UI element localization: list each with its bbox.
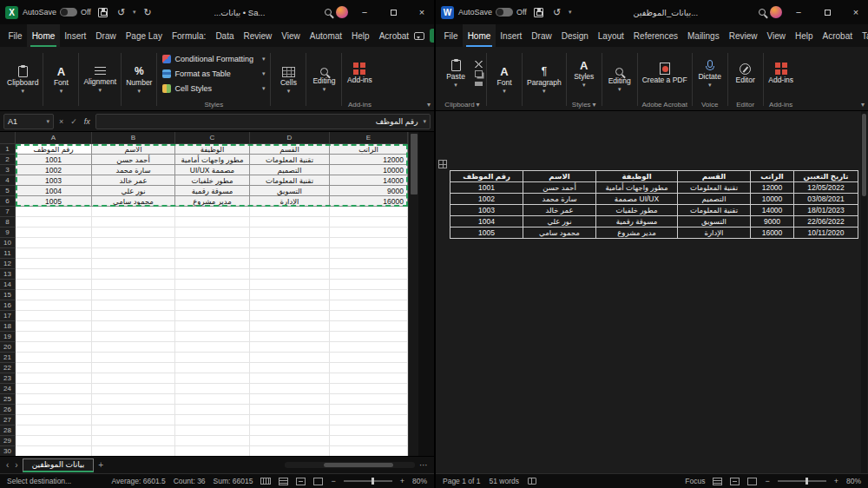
row-header-24[interactable]: 24	[0, 384, 16, 394]
cell-B5[interactable]: نور علي	[92, 186, 175, 196]
cell-A12[interactable]	[16, 259, 92, 269]
cell-C17[interactable]	[175, 311, 250, 321]
cell-E21[interactable]	[330, 353, 408, 363]
table-cell[interactable]: مطور خلفيات	[596, 205, 678, 216]
cell-C9[interactable]	[175, 228, 250, 238]
undo-chevron-icon[interactable]: ▾	[568, 9, 573, 16]
cell-D26[interactable]	[250, 405, 330, 415]
format-painter-icon[interactable]	[475, 82, 483, 86]
cell-B19[interactable]	[92, 332, 175, 342]
cell-C27[interactable]	[175, 415, 250, 425]
row-header-17[interactable]: 17	[0, 311, 16, 321]
cell-C8[interactable]	[175, 217, 250, 228]
cell-C22[interactable]	[175, 363, 250, 373]
row-header-18[interactable]: 18	[0, 321, 16, 332]
cell-C1[interactable]: الوظيفة	[175, 144, 250, 155]
web-layout-icon[interactable]	[747, 478, 757, 485]
cell-C4[interactable]: مطور خلفيات	[175, 175, 250, 186]
maximize-button[interactable]	[815, 0, 839, 24]
row-header-13[interactable]: 13	[0, 269, 16, 280]
undo-button[interactable]: ↺	[115, 7, 128, 18]
print-layout-icon[interactable]	[730, 478, 740, 485]
sheet-nav-left[interactable]: ‹	[4, 460, 10, 470]
cell-styles-button[interactable]: Cell Styles ▾	[158, 81, 269, 96]
maximize-button[interactable]	[381, 0, 405, 24]
expand-formula-bar-icon[interactable]: ▾	[423, 118, 426, 125]
ribbon-tab-data[interactable]: Data	[211, 24, 239, 47]
cell-C2[interactable]: مطور واجهات أمامية	[175, 155, 250, 165]
focus-mode-button[interactable]: Focus	[685, 477, 705, 485]
cell-D5[interactable]: التسويق	[250, 186, 330, 196]
page-indicator[interactable]: Page 1 of 1	[443, 477, 480, 485]
cell-B18[interactable]	[92, 321, 175, 332]
column-header-B[interactable]: B	[92, 132, 175, 144]
close-button[interactable]: ×	[410, 0, 434, 24]
cell-C12[interactable]	[175, 259, 250, 269]
cell-D17[interactable]	[250, 311, 330, 321]
sheet-options-icon[interactable]: ⋯	[418, 460, 430, 470]
table-cell[interactable]: أحمد حسن	[523, 182, 596, 194]
cell-C28[interactable]	[175, 425, 250, 436]
table-cell[interactable]: تقنية المعلومات	[678, 182, 751, 194]
ribbon-tab-help[interactable]: Help	[347, 24, 375, 47]
close-button[interactable]: ×	[844, 0, 868, 24]
table-cell[interactable]: التصميم	[678, 194, 751, 205]
cell-E5[interactable]: 9000	[330, 186, 408, 196]
table-header-cell[interactable]: الوظيفة	[596, 171, 678, 182]
table-cell[interactable]: 12000	[751, 182, 794, 194]
account-avatar[interactable]	[770, 6, 782, 18]
normal-view-icon[interactable]	[279, 478, 288, 485]
macro-record-icon[interactable]	[260, 478, 271, 485]
new-sheet-button[interactable]: +	[96, 460, 105, 470]
row-header-15[interactable]: 15	[0, 290, 16, 300]
table-cell[interactable]: 1001	[450, 182, 523, 194]
page-break-view-icon[interactable]	[313, 478, 323, 485]
cell-C24[interactable]	[175, 384, 250, 394]
cell-A3[interactable]: 1002	[16, 165, 92, 175]
page-layout-view-icon[interactable]	[296, 478, 306, 485]
table-cell[interactable]: مدير مشروع	[596, 228, 678, 239]
cell-C18[interactable]	[175, 321, 250, 332]
cell-B22[interactable]	[92, 363, 175, 373]
table-cell[interactable]: مصممة UI/UX	[596, 194, 678, 205]
column-header-D[interactable]: D	[250, 132, 330, 144]
table-cell[interactable]: 14000	[751, 205, 794, 216]
save-button[interactable]	[531, 8, 546, 17]
search-icon[interactable]	[325, 9, 332, 16]
row-header-14[interactable]: 14	[0, 280, 16, 290]
editing-button[interactable]: Editing ▾	[307, 66, 340, 93]
conditional-formatting-button[interactable]: Conditional Formatting ▾	[158, 51, 269, 66]
cell-A27[interactable]	[16, 415, 92, 425]
ribbon-tab-insert[interactable]: Insert	[60, 24, 91, 47]
insert-function-icon[interactable]: fx	[82, 117, 92, 126]
status-count[interactable]: Count: 36	[174, 477, 206, 485]
cell-B26[interactable]	[92, 405, 175, 415]
cell-E30[interactable]	[330, 446, 408, 456]
cell-C19[interactable]	[175, 332, 250, 342]
cell-E25[interactable]	[330, 394, 408, 405]
cell-E14[interactable]	[330, 280, 408, 290]
cell-D11[interactable]	[250, 248, 330, 259]
ribbon-tab-home[interactable]: Home	[463, 24, 496, 47]
cell-A14[interactable]	[16, 280, 92, 290]
styles-button[interactable]: A Styles ▾	[568, 58, 601, 89]
cell-B17[interactable]	[92, 311, 175, 321]
read-mode-icon[interactable]	[713, 478, 722, 485]
cell-B8[interactable]	[92, 217, 175, 228]
cell-E13[interactable]	[330, 269, 408, 280]
cell-C15[interactable]	[175, 290, 250, 300]
cell-E22[interactable]	[330, 363, 408, 373]
table-header-cell[interactable]: الراتب	[751, 171, 794, 182]
row-header-27[interactable]: 27	[0, 415, 16, 425]
cell-E8[interactable]	[330, 217, 408, 228]
cell-A26[interactable]	[16, 405, 92, 415]
cell-D28[interactable]	[250, 425, 330, 436]
cell-E19[interactable]	[330, 332, 408, 342]
table-header-cell[interactable]: رقم الموظف	[450, 171, 523, 182]
ribbon-tab-acrobat[interactable]: Acrobat	[374, 24, 413, 47]
cell-D7[interactable]	[250, 207, 330, 217]
clipboard-button[interactable]: Clipboard ▾	[3, 64, 42, 95]
row-header-23[interactable]: 23	[0, 373, 16, 384]
addins-button[interactable]: Add-ins	[765, 61, 798, 86]
row-header-6[interactable]: 6	[0, 196, 16, 207]
